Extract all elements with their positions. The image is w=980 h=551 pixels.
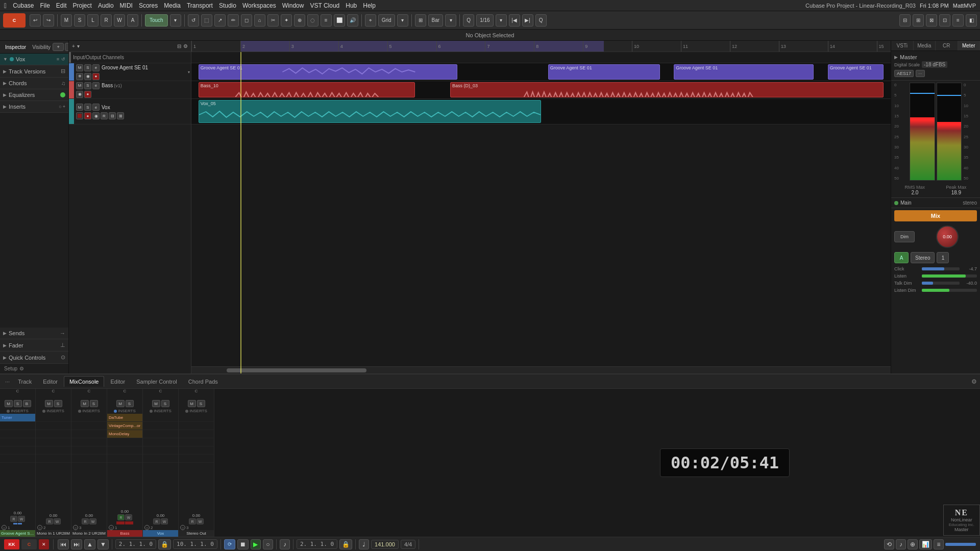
tool9[interactable]: ◌ [307,14,318,27]
drum-monitor-btn[interactable]: ◉ [84,73,91,80]
vox-clip-1[interactable]: Vox_05 [199,100,541,123]
mono2-r-btn[interactable]: R [82,518,89,524]
tool6[interactable]: ✂ [267,14,279,27]
transport-position[interactable]: 2. 1. 1. 0 [115,539,156,549]
trans-stop-btn[interactable]: ⏹ [237,539,249,549]
ga-m-btn[interactable]: M [5,400,13,407]
tab-chord-pads[interactable]: Chord Pads [183,377,223,387]
vox-input-monitor[interactable] [76,112,83,119]
mono2-insert-3[interactable] [71,430,107,438]
bar-dropdown[interactable]: ▾ [445,14,456,27]
quantize-extra1[interactable]: |◀ [509,14,520,27]
drum-rec-btn[interactable]: ● [92,73,100,80]
transport-sig[interactable]: 4/4 [401,540,415,549]
tool8[interactable]: ⊕ [294,14,305,27]
inspector-inserts[interactable]: ▶ Inserts ○ + [0,101,68,113]
bass-s-btn[interactable]: S [126,400,134,407]
media-tab[interactable]: Media [914,41,936,51]
ga-insert-empty-5[interactable] [0,455,35,463]
cr-tab[interactable]: CR [936,41,958,51]
add-track-btn[interactable]: + [72,43,75,49]
lower-settings-btn[interactable]: ⚙ [971,378,977,385]
drum-clip-4[interactable]: Groove Agent SE 01 [828,64,884,80]
bass-r-btn[interactable]: R [117,514,125,520]
vox-insert-4[interactable] [143,438,178,446]
master-volume-knob[interactable]: 0.00 [936,226,959,248]
ga-b-btn[interactable]: B [23,400,31,407]
transport-play-pos[interactable]: 2. 1. 1. 0 [297,539,337,549]
grid-dropdown[interactable]: ▾ [397,14,408,27]
vox-insert-5[interactable] [143,446,178,455]
vox-mute-btn[interactable]: M [76,104,83,111]
drum-freeze-btn[interactable]: ❄ [76,73,83,80]
r-btn[interactable]: R [101,14,112,27]
bass-insert-datube[interactable]: DaTube [107,414,142,422]
vox-w-btn-mixer[interactable]: W [161,518,168,524]
tool7[interactable]: ✦ [281,14,292,27]
bass-edit-btn[interactable]: e [92,82,100,89]
lower-dots-btn[interactable]: ··· [3,379,12,385]
visibility-tab[interactable]: Visibility [30,43,53,51]
mono2-insert-5[interactable] [71,446,107,455]
automation-mode[interactable]: Touch [145,14,168,27]
cubase-mini-logo[interactable]: C [21,539,37,549]
bar-label[interactable]: Bar [428,14,444,27]
snap-btn[interactable]: ⌖ [365,14,376,27]
mono2-s-btn[interactable]: S [90,400,98,407]
s-btn[interactable]: S [74,14,85,27]
tool12[interactable]: 🔊 [347,14,358,27]
vox-insert-1[interactable] [143,414,178,422]
menu-window[interactable]: Window [282,2,304,9]
empty-track-area[interactable] [191,124,891,366]
ga-s-btn[interactable]: S [14,400,22,407]
inspector-tab[interactable]: Inspector [3,43,28,51]
a-btn-tb[interactable]: A [127,14,138,27]
inspector-sends[interactable]: ▶ Sends → [0,328,68,339]
timeline-scrollbar-thumb[interactable] [227,368,366,372]
bass-clip-2[interactable]: Bass (D)_03 [450,82,884,97]
ga-insert-empty-1[interactable] [0,422,35,430]
menu-vstcloud[interactable]: VST Cloud [310,2,339,9]
transport-tempo[interactable]: 141.000 [371,540,399,549]
trans-forward-btn[interactable]: ⏭ [71,539,82,549]
tab-track[interactable]: Track [13,377,37,387]
window-layout6[interactable]: ◧ [966,14,977,27]
inspector-track-versions[interactable]: ▶ Track Versions ⊟ [0,65,68,78]
mono2-w-btn[interactable]: W [89,518,96,524]
bass-monitor-btn[interactable]: ◉ [76,91,83,98]
bass-insert-empty-3[interactable] [107,455,142,463]
quantize-extra3[interactable]: Q [535,14,547,27]
vsti-tab[interactable]: VSTi [891,41,914,51]
tool11[interactable]: ⬜ [334,14,345,27]
ga-insert-empty-3[interactable] [0,438,35,446]
menu-transport[interactable]: Transport [187,2,213,9]
menu-midi[interactable]: MIDI [120,2,133,9]
menu-audio[interactable]: Audio [98,2,114,9]
tool10[interactable]: ≡ [321,14,332,27]
cubase-logo[interactable]: C [3,13,26,28]
vox-m-btn[interactable]: M [152,400,160,407]
tool3[interactable]: ✏ [228,14,239,27]
inspector-chords[interactable]: ▶ Chords ♫ [0,78,68,89]
mono1-w-btn[interactable]: W [54,518,61,524]
mono1-insert-2[interactable] [36,422,71,430]
vox-ctrl3[interactable]: ⊞ [117,112,124,119]
aes17-extra[interactable]: ··· [916,70,925,77]
menu-project[interactable]: Project [73,2,92,9]
vox-ctrl2[interactable]: ⊟ [109,112,116,119]
track-settings-btn[interactable]: ⊟ [177,43,181,49]
inspector-add[interactable]: + [53,43,64,51]
drum-clip-1[interactable]: Groove Agent SE 01 [199,64,457,80]
tool2[interactable]: ↗ [214,14,226,27]
trans-ext-sync[interactable]: ⟲ [884,539,894,549]
trans-pos-lock[interactable]: 🔒 [158,539,171,549]
click-bar[interactable] [922,267,960,270]
mono1-m-btn[interactable]: M [45,400,53,407]
trans-perf-btn[interactable]: 📊 [919,539,932,549]
stereo-insert-3[interactable] [179,430,214,438]
window-layout4[interactable]: ⊡ [939,14,950,27]
drum-mute-btn[interactable]: M [76,64,83,71]
trans-meter-btn[interactable]: ≡ [934,539,944,549]
close-tab-btn[interactable]: ✕ [39,539,49,549]
vox-ctrl1[interactable]: R [101,112,108,119]
